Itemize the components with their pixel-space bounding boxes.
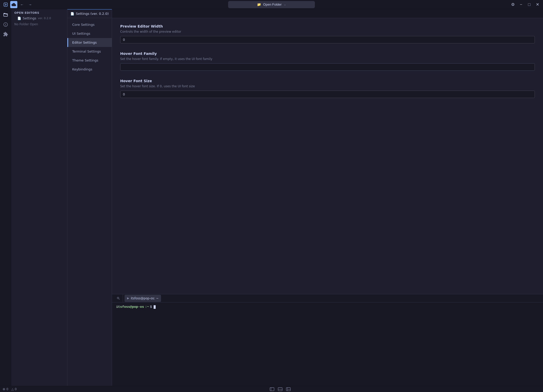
error-count: 0 [6,387,8,391]
maximize-button[interactable]: □ [526,1,533,8]
titlebar: ← → 📁 Open Folder ⌄ ⚙ − □ ✕ [0,0,543,9]
svg-rect-4 [270,387,274,391]
settings-pane: Core Settings UI Settings Editor Setting… [67,18,543,386]
layout-panel-button[interactable] [277,387,283,391]
terminal-tab-label: itsfoss@pop-os: ~ [131,297,158,300]
preview-width-desc: Controls the width of the preview editor [120,30,535,33]
titlebar-right: ⚙ − □ ✕ [509,1,541,8]
nav-item-core[interactable]: Core Settings [67,20,112,29]
nav-item-keybindings[interactable]: Keybindings [67,65,112,74]
maximize-icon: □ [528,2,530,7]
minimize-icon: − [520,2,522,7]
preview-width-input[interactable] [120,36,535,43]
svg-rect-6 [278,387,282,391]
hover-font-family-title: Hover Font Family [120,52,535,56]
nav-item-ui[interactable]: UI Settings [67,29,112,38]
warning-count: 0 [15,387,17,391]
gear-icon: ⚙ [511,2,515,7]
close-button[interactable]: ✕ [534,1,541,8]
layout-sidebar-button[interactable] [269,387,275,391]
hover-font-size-desc: Set the hover font size. If 0, uses the … [120,84,535,88]
svg-rect-8 [286,387,290,391]
open-editors-label: Open Editors [11,9,67,16]
layout-split-button[interactable] [286,387,291,391]
sidebar: Open Editors 📄 Settings ver. 0.2.0 No Fo… [11,9,67,386]
sidebar-settings-item[interactable]: 📄 Settings ver. 0.2.0 [11,16,67,21]
tab-label: Settings (ver. 0.2.0) [76,12,109,16]
forward-button[interactable]: → [27,1,34,8]
lower-panel: ▶ itsfoss@pop-os: ~ itsfoss@pop-os:~$ [112,294,543,386]
content-area: 📄 Settings (ver. 0.2.0) Core Settings UI… [67,9,543,386]
tab-bar: 📄 Settings (ver. 0.2.0) [67,9,543,18]
activity-bar [0,9,11,386]
app-logo-button[interactable] [2,1,9,8]
terminal-cursor [154,305,156,309]
hover-font-size-title: Hover Font Size [120,79,535,83]
warning-icon: △ [11,387,14,391]
open-folder-button[interactable]: 📁 Open Folder ⌄ [228,1,315,8]
settings-content: Preview Editor Width Controls the width … [112,18,543,294]
chevron-down-icon: ⌄ [284,3,286,6]
error-status: ⊗ 0 [3,387,8,391]
terminal-content[interactable]: itsfoss@pop-os:~$ [112,302,543,386]
titlebar-left: ← → [2,1,34,8]
hover-font-family-desc: Set the hover font family. If empty, it … [120,57,535,61]
minimize-button[interactable]: − [517,1,525,8]
tab-file-icon: 📄 [70,12,74,16]
close-icon: ✕ [536,2,539,7]
file-icon: 📄 [17,17,21,20]
main-area: Open Editors 📄 Settings ver. 0.2.0 No Fo… [0,9,543,386]
setting-group-hover-font-family: Hover Font Family Set the hover font fam… [120,52,535,71]
nav-item-editor[interactable]: Editor Settings [67,38,112,47]
settings-nav: Core Settings UI Settings Editor Setting… [67,18,112,386]
terminal-tab-icon: ▶ [127,297,129,300]
terminal-tab-item[interactable]: ▶ itsfoss@pop-os: ~ [125,295,161,302]
terminal-side-controls [114,294,123,302]
sidebar-file-version: ver. 0.2.0 [38,17,51,20]
error-icon: ⊗ [3,387,5,391]
files-activity-button[interactable] [1,10,10,19]
nav-item-terminal[interactable]: Terminal Settings [67,47,112,56]
settings-tab[interactable]: 📄 Settings (ver. 0.2.0) [67,9,112,18]
settings-button[interactable]: ⚙ [509,1,516,8]
status-bar-center [20,387,540,391]
terminal-search-button[interactable] [116,296,121,301]
terminal-tab-bar-inner: ▶ itsfoss@pop-os: ~ [114,294,541,302]
back-button[interactable]: ← [18,1,26,8]
terminal-prompt-symbol: $ [150,305,152,309]
terminal-user: itsfoss@pop-os [116,305,144,309]
terminal-body: itsfoss@pop-os:~$ [112,302,543,386]
hover-font-size-input[interactable] [120,91,535,98]
folder-icon: 📁 [257,3,261,6]
sidebar-file-name: Settings [23,16,36,20]
svg-rect-0 [4,3,7,6]
nav-item-theme[interactable]: Theme Settings [67,56,112,65]
warning-status: △ 0 [11,387,17,391]
preview-width-title: Preview Editor Width [120,24,535,28]
terminal-tab-bar: ▶ itsfoss@pop-os: ~ [112,294,543,302]
setting-group-hover-font-size: Hover Font Size Set the hover font size.… [120,79,535,98]
git-activity-button[interactable] [1,20,10,29]
extensions-activity-button[interactable] [1,30,10,39]
terminal-prompt: itsfoss@pop-os:~$ [116,305,539,309]
cloud-button[interactable] [10,1,17,8]
hover-font-family-input[interactable] [120,63,535,71]
titlebar-center: 📁 Open Folder ⌄ [35,1,508,8]
no-folder-label: No Folder Open [11,21,67,28]
setting-group-preview-width: Preview Editor Width Controls the width … [120,24,535,43]
terminal-path-separator: :~ [145,305,149,309]
status-bar: ⊗ 0 △ 0 [0,386,543,392]
